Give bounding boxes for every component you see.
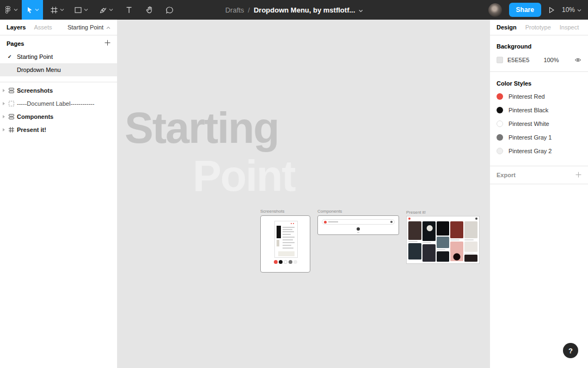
frame-label-present-it[interactable]: Present it! [406,210,426,215]
add-page-button[interactable] [105,40,111,47]
top-toolbar: Drafts / Dropdown Menu, by mstflotf... S… [0,0,588,20]
page-item-label: Dropdown Menu [17,67,61,73]
breadcrumb-drafts[interactable]: Drafts [225,6,244,14]
toolbar-right-actions: Share 10% [488,0,581,20]
background-hex-value[interactable]: E5E5E5 [507,57,529,63]
color-style-name: Pinterest Black [509,107,548,113]
tab-inspect[interactable]: Inspect [560,24,579,31]
visibility-eye-icon[interactable] [574,57,581,63]
chevron-down-icon [84,8,88,11]
canvas[interactable]: Starting Point Screenshots Compon [117,20,490,368]
page-item-label: Starting Point [17,53,53,60]
page-item-dropdown-menu[interactable]: Dropdown Menu [0,63,117,76]
file-breadcrumb: Drafts / Dropdown Menu, by mstflotf... [225,0,363,20]
user-avatar[interactable] [488,3,502,17]
expand-chevron-icon[interactable] [3,102,5,105]
color-style-swatch [497,134,503,141]
zoom-level-value: 10% [562,6,575,14]
expand-chevron-icon[interactable] [3,89,5,92]
frame-label-components[interactable]: Components [317,209,342,214]
left-panel-tabs: Layers Assets Starting Point [0,20,117,35]
layer-item-present-it[interactable]: Present it! [0,123,117,136]
pages-section-header: Pages [0,35,117,50]
zoom-level-menu[interactable]: 10% [562,6,581,14]
comment-tool-button[interactable] [162,0,177,20]
tab-layers[interactable]: Layers [7,24,26,31]
component-set-icon [8,87,15,94]
pen-tool-button[interactable] [95,0,117,20]
screenshot-thumbnail [274,221,298,258]
design-panel: Design Prototype Inspect Background E5E5… [490,20,588,368]
component-set-icon [8,113,15,120]
background-section: Background E5E5E5 100% [490,35,588,72]
move-tool-button[interactable] [22,0,43,20]
watermark-point: Point [193,151,295,201]
pin-grid [408,221,477,262]
color-styles-section: Color Styles Pinterest Red Pinterest Bla… [490,72,588,166]
frame-tool-icon [50,6,58,14]
layer-label: Screenshots [17,87,53,94]
pinterest-logo-dot [408,218,411,220]
page-selector[interactable]: Starting Point [68,24,111,31]
color-swatch[interactable] [497,57,503,63]
color-style-pinterest-red[interactable]: Pinterest Red [497,89,581,103]
add-export-button[interactable] [575,172,581,179]
comment-icon [166,6,174,14]
color-style-name: Pinterest Red [509,93,545,100]
frame-screenshots-thumbnail[interactable] [260,215,310,273]
frame-components-thumbnail[interactable] [317,215,399,235]
frame-tool-button[interactable] [46,0,68,20]
color-style-swatch [497,93,503,100]
layer-label: Components [17,113,53,120]
color-style-pinterest-black[interactable]: Pinterest Black [497,103,581,117]
layer-item-components[interactable]: Components [0,110,117,123]
background-opacity-value[interactable]: 100% [543,57,559,63]
avatar-component [357,227,360,231]
layers-panel: Layers Assets Starting Point Pages ✓ Sta… [0,20,117,368]
present-button[interactable] [548,7,555,14]
layer-item-screenshots[interactable]: Screenshots [0,84,117,97]
color-style-pinterest-gray-1[interactable]: Pinterest Gray 1 [497,130,581,144]
chevron-down-icon [35,8,39,11]
help-button[interactable]: ? [563,343,578,358]
pinterest-logo-dot [324,221,327,224]
expand-chevron-icon[interactable] [3,128,5,131]
frame-icon [8,126,15,133]
color-style-swatch [497,148,503,154]
color-style-pinterest-gray-2[interactable]: Pinterest Gray 2 [497,144,581,158]
frame-present-thumbnail[interactable] [406,216,480,264]
watermark-starting: Starting [125,103,278,153]
rectangle-tool-icon [74,6,82,14]
palette-dots [261,260,310,264]
hand-tool-button[interactable] [142,0,157,20]
check-icon: ✓ [8,54,12,59]
hand-tool-icon [145,5,154,14]
frame-label-screenshots[interactable]: Screenshots [260,209,284,214]
pages-title: Pages [7,40,24,47]
tab-design[interactable]: Design [497,24,517,31]
text-tool-button[interactable] [121,0,137,20]
layer-item-document-label[interactable]: -----Document Label------------ [0,97,117,110]
breadcrumb-separator: / [248,6,250,14]
shape-tool-button[interactable] [70,0,92,20]
file-title-menu[interactable]: Dropdown Menu, by mstflotf... [254,6,363,14]
layer-label: -----Document Label------------ [17,100,94,107]
page-item-starting-point[interactable]: ✓ Starting Point [0,50,117,63]
move-cursor-icon [26,6,33,14]
share-button[interactable]: Share [509,3,541,17]
chevron-down-icon [358,6,363,14]
color-style-name: Pinterest Gray 2 [509,148,552,154]
avatar-dot [475,218,477,220]
color-style-pinterest-white[interactable]: Pinterest White [497,117,581,130]
tab-assets[interactable]: Assets [34,24,52,31]
export-section: Export [490,166,588,184]
color-style-name: Pinterest White [509,120,549,127]
expand-chevron-icon[interactable] [3,115,5,118]
chevron-up-icon [106,24,111,31]
tab-prototype[interactable]: Prototype [525,24,551,31]
color-style-name: Pinterest Gray 1 [509,134,552,141]
pen-tool-icon [99,6,107,14]
navbar-component [322,219,395,225]
right-panel-tabs: Design Prototype Inspect [490,20,588,35]
main-menu-button[interactable] [0,0,22,20]
